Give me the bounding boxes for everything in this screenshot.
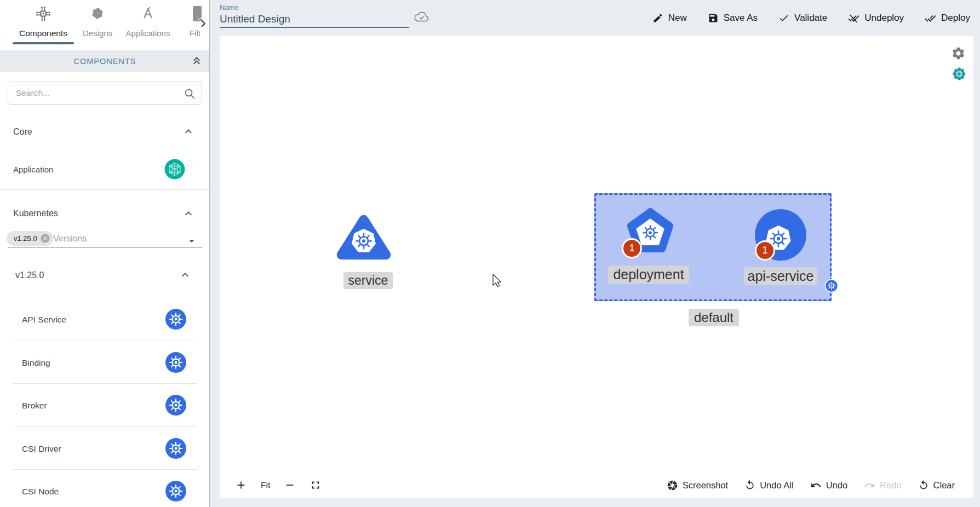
- panel-title: COMPONENTS: [74, 57, 136, 66]
- undeploy-button[interactable]: Undeploy: [848, 13, 904, 24]
- node-label-service: service: [343, 272, 393, 289]
- kubernetes-context-button[interactable]: [952, 66, 967, 84]
- section-title-core: Core: [13, 127, 32, 137]
- collapse-core-button[interactable]: [182, 125, 195, 140]
- clear-button[interactable]: Clear: [918, 480, 955, 491]
- component-label: CSI Driver: [22, 444, 61, 454]
- chip-remove-icon[interactable]: [40, 233, 50, 244]
- collapse-panel-button[interactable]: [190, 55, 203, 70]
- component-label: CSI Node: [22, 487, 59, 497]
- zoom-in-button[interactable]: [235, 479, 247, 491]
- component-label: Broker: [22, 401, 47, 411]
- redo-button-label: Redo: [880, 480, 901, 491]
- fullscreen-icon: [310, 479, 322, 491]
- tab-designs[interactable]: Designs: [77, 0, 118, 46]
- done-all-crossed-icon: [848, 13, 859, 24]
- fullscreen-button[interactable]: [310, 479, 322, 491]
- active-tab-indicator: [13, 42, 74, 44]
- search-icon[interactable]: [183, 87, 196, 100]
- chevron-up-icon: [182, 207, 195, 220]
- validate-button[interactable]: Validate: [778, 13, 827, 24]
- component-item-application[interactable]: Application: [0, 155, 210, 186]
- tabs-scroll-right-button[interactable]: [196, 16, 210, 31]
- mouse-cursor: [492, 274, 505, 289]
- kubernetes-icon: [165, 437, 187, 459]
- deploy-button[interactable]: Deploy: [925, 13, 970, 24]
- save-as-button-label: Save As: [724, 13, 758, 24]
- clear-button-label: Clear: [933, 480, 955, 491]
- save-as-button[interactable]: Save As: [708, 13, 758, 24]
- done-all-icon: [925, 13, 936, 24]
- group-label-default: default: [689, 309, 739, 326]
- component-item-binding[interactable]: Binding: [0, 341, 210, 384]
- group-kubernetes-handle-icon[interactable]: [824, 279, 839, 293]
- deploy-button-label: Deploy: [941, 13, 970, 24]
- panel-header: COMPONENTS: [0, 50, 210, 72]
- section-title-v1250: v1.25.0: [15, 270, 44, 280]
- collapse-kubernetes-button[interactable]: [182, 207, 195, 222]
- fit-view-button[interactable]: Fit: [261, 480, 270, 490]
- version-chip[interactable]: v1.25.0: [7, 231, 53, 246]
- plus-icon: [235, 479, 247, 491]
- zoom-controls: Fit: [235, 476, 322, 494]
- gear-icon: [951, 46, 966, 61]
- tab-components-label: Components: [11, 28, 76, 38]
- kubernetes-icon: [165, 308, 187, 330]
- node-badge-api-service: 1: [755, 240, 775, 261]
- component-label: Binding: [22, 358, 50, 368]
- meshery-application-icon: [164, 158, 186, 180]
- version-chip-label: v1.25.0: [14, 234, 37, 243]
- design-name-input[interactable]: [220, 12, 409, 26]
- kubernetes-icon: [165, 394, 187, 416]
- chevron-up-icon: [179, 268, 192, 281]
- minus-icon: [284, 479, 296, 491]
- undo-icon: [810, 480, 822, 491]
- clear-replay-icon: [918, 480, 929, 491]
- versions-select-placeholder[interactable]: Versions: [53, 234, 87, 244]
- section-title-kubernetes: Kubernetes: [13, 209, 58, 218]
- collapse-v1250-button[interactable]: [179, 268, 192, 284]
- chevron-up-icon: [182, 125, 195, 138]
- cloud-saved-icon: [414, 10, 430, 24]
- component-item-csi-driver[interactable]: CSI Driver: [0, 427, 210, 470]
- canvas-settings-button[interactable]: [951, 46, 966, 63]
- components-sidebar: Components Designs: [0, 0, 210, 507]
- search-input[interactable]: [16, 82, 180, 104]
- design-canvas[interactable]: service 1 deployment 1 api-service defau…: [220, 36, 973, 498]
- redo-button[interactable]: Redo: [864, 480, 901, 491]
- component-item-broker[interactable]: Broker: [0, 384, 210, 427]
- validate-button-label: Validate: [794, 13, 827, 24]
- undo-button[interactable]: Undo: [810, 480, 847, 491]
- designs-icon: [89, 5, 106, 21]
- components-icon: [35, 5, 52, 22]
- sidebar-tabs: Components Designs: [0, 0, 209, 46]
- check-icon: [778, 13, 789, 24]
- node-label-api-service: api-service: [744, 267, 817, 285]
- chevron-right-icon: [196, 16, 210, 31]
- node-service[interactable]: [332, 210, 396, 263]
- new-button[interactable]: New: [652, 13, 687, 24]
- component-label: API Service: [22, 315, 66, 325]
- undo-button-label: Undo: [826, 480, 847, 491]
- component-item-csi-node[interactable]: CSI Node: [0, 470, 210, 507]
- tab-components[interactable]: Components: [11, 0, 76, 46]
- history-controls: Screenshot Undo All Undo Redo: [667, 476, 955, 494]
- undo-all-button-label: Undo All: [760, 480, 793, 491]
- double-chevron-up-icon: [190, 55, 203, 68]
- dropdown-arrow-icon: [185, 234, 198, 247]
- tab-applications-label: Applications: [123, 28, 173, 38]
- versions-select-underline: [8, 247, 202, 248]
- name-field-label: Name: [220, 3, 239, 11]
- undo-all-button[interactable]: Undo All: [744, 480, 793, 491]
- component-item-api-service[interactable]: API Service: [0, 298, 210, 341]
- replay-icon: [744, 480, 755, 491]
- undeploy-button-label: Undeploy: [864, 13, 904, 24]
- screenshot-button[interactable]: Screenshot: [667, 480, 728, 491]
- tab-applications[interactable]: Applications: [123, 0, 173, 46]
- zoom-out-button[interactable]: [284, 479, 296, 491]
- tab-designs-label: Designs: [77, 28, 118, 38]
- kubernetes-icon: [165, 352, 187, 373]
- node-label-deployment: deployment: [608, 266, 689, 284]
- meshmap-designer: Components Designs: [0, 0, 980, 507]
- aperture-icon: [667, 480, 678, 491]
